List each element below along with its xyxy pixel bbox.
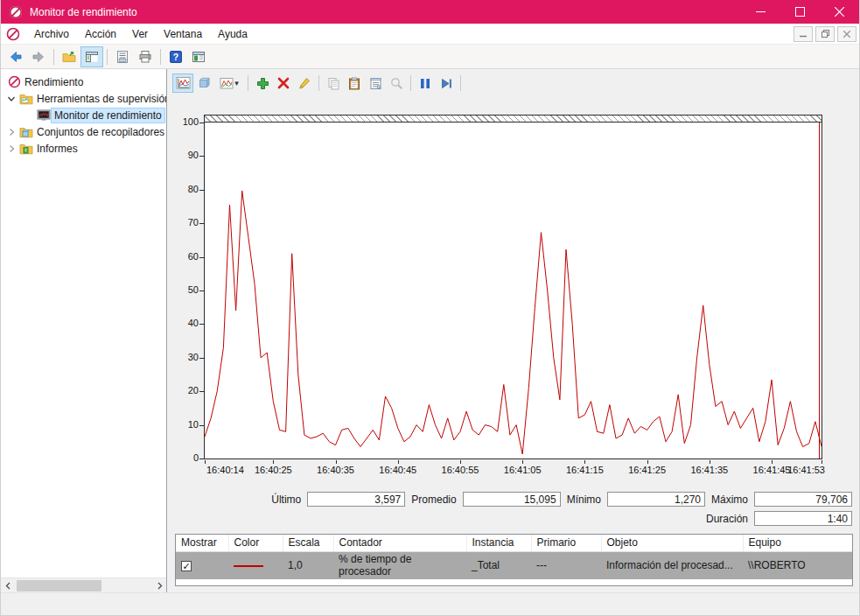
toolbar-separator bbox=[107, 49, 108, 65]
delete-button[interactable] bbox=[273, 74, 294, 93]
x-axis-tick bbox=[460, 460, 461, 464]
view-log-data-button[interactable] bbox=[193, 74, 214, 93]
col-escala[interactable]: Escala bbox=[283, 535, 333, 552]
forward-icon bbox=[31, 50, 45, 64]
console-tree: Rendimiento Herramientas de supervisión bbox=[1, 69, 166, 578]
average-value: 15,095 bbox=[463, 492, 561, 507]
perfmon-content: ▾ bbox=[167, 69, 859, 592]
col-color[interactable]: Color bbox=[228, 535, 283, 552]
mdi-close-button[interactable] bbox=[837, 26, 857, 42]
tree-item-label[interactable]: Conjuntos de recopiladores bbox=[34, 125, 166, 139]
folder-collector-icon bbox=[18, 126, 34, 138]
tree-item-label[interactable]: Rendimiento bbox=[22, 75, 86, 89]
x-axis-tick bbox=[772, 460, 773, 464]
highlight-pencil-icon bbox=[298, 77, 311, 90]
menu-accion[interactable]: Acción bbox=[77, 24, 124, 44]
print-button[interactable] bbox=[134, 46, 157, 67]
help-button[interactable]: ? bbox=[164, 46, 187, 67]
menu-ver[interactable]: Ver bbox=[124, 24, 156, 44]
col-primario[interactable]: Primario bbox=[531, 535, 601, 552]
x-axis-label: 16:40:14 bbox=[206, 465, 244, 475]
y-axis-tick bbox=[199, 358, 204, 359]
primary-value: --- bbox=[531, 552, 601, 580]
highlight-button[interactable] bbox=[294, 74, 315, 93]
counter-color-swatch bbox=[234, 565, 263, 567]
duration-value: 1:40 bbox=[754, 511, 852, 526]
y-axis-label: 30 bbox=[167, 352, 199, 362]
counter-row-selected[interactable]: ✓ 1,0 % de tiempo de procesador _Total -… bbox=[176, 552, 853, 580]
chevron-right-icon[interactable] bbox=[4, 128, 18, 136]
x-axis-tick bbox=[205, 460, 206, 464]
y-axis-tick bbox=[199, 156, 204, 157]
zoom-button[interactable] bbox=[386, 74, 407, 93]
x-axis-label: 16:41:05 bbox=[504, 465, 542, 475]
tree-item-label[interactable]: Informes bbox=[34, 142, 80, 156]
scroll-right-arrow-icon[interactable] bbox=[152, 579, 166, 592]
col-contador[interactable]: Contador bbox=[333, 535, 466, 552]
forward-button[interactable] bbox=[27, 46, 50, 67]
menu-bar: Archivo Acción Ver Ventana Ayuda bbox=[1, 24, 859, 45]
show-checkbox[interactable]: ✓ bbox=[181, 561, 192, 571]
y-axis-label: 60 bbox=[167, 251, 199, 262]
scrollbar-thumb[interactable] bbox=[17, 580, 101, 592]
scrollbar-track[interactable] bbox=[15, 579, 152, 592]
minimize-button[interactable] bbox=[741, 0, 780, 24]
title-bar: Monitor de rendimiento bbox=[1, 0, 859, 24]
y-axis-label: 20 bbox=[167, 385, 199, 396]
chart-plot-area[interactable] bbox=[204, 115, 822, 459]
tree-item-conjuntos[interactable]: Conjuntos de recopiladores bbox=[1, 123, 166, 140]
export-list-button[interactable] bbox=[111, 46, 134, 67]
maximum-value: 79,706 bbox=[754, 492, 852, 507]
col-mostrar[interactable]: Mostrar bbox=[176, 535, 228, 552]
tree-item-label[interactable]: Monitor de rendimiento bbox=[52, 108, 164, 122]
new-window-button[interactable] bbox=[187, 46, 210, 67]
computer-value: \\ROBERTO bbox=[743, 552, 853, 580]
tree-horizontal-scrollbar[interactable] bbox=[1, 578, 166, 592]
mdi-minimize-button[interactable] bbox=[794, 26, 813, 42]
perfmon-system-menu-icon[interactable] bbox=[6, 27, 20, 41]
paste-counter-list-button[interactable] bbox=[344, 74, 365, 93]
scale-value: 1,0 bbox=[283, 552, 333, 580]
chevron-right-icon[interactable] bbox=[4, 144, 18, 153]
freeze-display-button[interactable] bbox=[415, 74, 436, 93]
add-counter-button[interactable] bbox=[252, 74, 273, 93]
tree-item-informes[interactable]: Informes bbox=[1, 140, 166, 157]
main-toolbar: ? bbox=[1, 45, 859, 69]
col-equipo[interactable]: Equipo bbox=[743, 535, 853, 552]
tree-item-rendimiento[interactable]: Rendimiento bbox=[1, 74, 166, 90]
toolbar-separator bbox=[460, 75, 461, 91]
change-graph-type-button[interactable]: ▾ bbox=[214, 74, 244, 93]
menu-ventana[interactable]: Ventana bbox=[156, 24, 210, 44]
minimum-value: 1,270 bbox=[607, 492, 705, 507]
export-folder-button[interactable] bbox=[58, 46, 80, 67]
col-objeto[interactable]: Objeto bbox=[601, 535, 743, 552]
y-axis-label: 50 bbox=[167, 284, 199, 295]
main-area: Rendimiento Herramientas de supervisión bbox=[1, 69, 859, 592]
mdi-restore-button[interactable] bbox=[815, 26, 835, 42]
counter-legend: Mostrar Color Escala Contador Instancia … bbox=[175, 534, 853, 586]
close-button[interactable] bbox=[820, 0, 859, 24]
tree-item-herramientas[interactable]: Herramientas de supervisión bbox=[1, 90, 166, 107]
update-data-button[interactable] bbox=[436, 74, 457, 93]
back-button[interactable] bbox=[4, 46, 27, 67]
maximize-button[interactable] bbox=[780, 0, 820, 24]
copy-properties-button[interactable] bbox=[323, 74, 344, 93]
x-axis-tick bbox=[822, 460, 822, 464]
tree-item-label[interactable]: Herramientas de supervisión bbox=[34, 92, 166, 106]
x-axis-label: 16:41:35 bbox=[690, 465, 728, 475]
back-icon bbox=[9, 50, 23, 64]
x-axis-tick bbox=[584, 460, 585, 464]
x-axis-label: 16:40:55 bbox=[442, 465, 479, 475]
view-current-activity-button[interactable] bbox=[172, 74, 193, 93]
x-axis-label: 16:40:25 bbox=[255, 465, 292, 475]
menu-ayuda[interactable]: Ayuda bbox=[210, 24, 255, 44]
menu-archivo[interactable]: Archivo bbox=[26, 24, 77, 44]
window-title: Monitor de rendimiento bbox=[30, 6, 137, 18]
x-axis-tick bbox=[336, 460, 337, 464]
properties-button[interactable] bbox=[365, 74, 386, 93]
tree-item-monitor-rendimiento[interactable]: Monitor de rendimiento bbox=[1, 107, 166, 123]
scroll-left-arrow-icon[interactable] bbox=[1, 579, 15, 592]
console-tree-toggle-button[interactable] bbox=[80, 46, 103, 67]
col-instancia[interactable]: Instancia bbox=[466, 535, 531, 552]
chevron-down-icon[interactable] bbox=[4, 94, 18, 103]
